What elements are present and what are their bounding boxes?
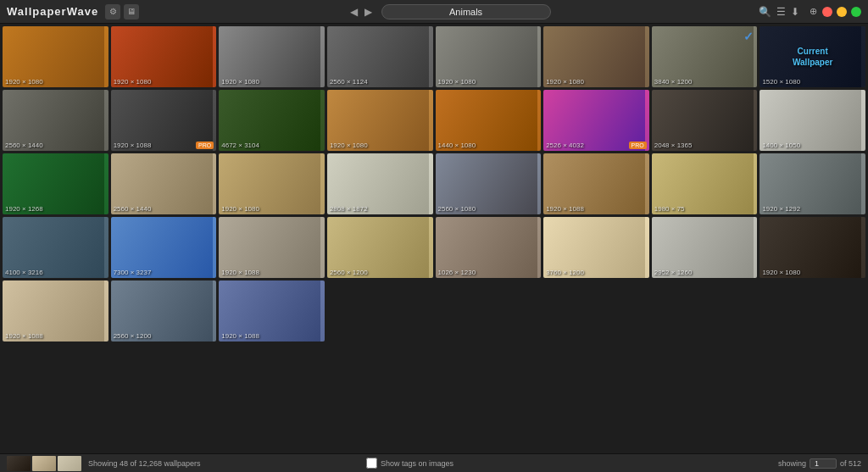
wallpaper-thumb-17[interactable]: 1920 × 1268 <box>3 153 108 214</box>
wallpaper-thumb-14[interactable]: 2526 × 4032PRO <box>543 90 649 151</box>
close-button[interactable] <box>822 7 832 17</box>
wallpaper-thumb-23[interactable]: 1980 × 75 <box>652 153 758 214</box>
wallpaper-thumb-10[interactable]: 1920 × 1088PRO <box>111 90 217 151</box>
page-info: showing of 512 <box>778 458 861 469</box>
wallpaper-thumb-16[interactable]: 1400 × 1050 <box>760 90 865 151</box>
search-input[interactable] <box>381 4 551 19</box>
wallpaper-thumb-27[interactable]: 1920 × 1088 <box>219 217 325 278</box>
btm-thumb-2[interactable] <box>32 456 56 471</box>
search-icon[interactable]: 🔍 <box>759 6 771 18</box>
app-logo: WallpaperWave <box>7 5 98 18</box>
wallpaper-grid: 1920 × 10801920 × 10801920 × 10802560 × … <box>3 26 865 342</box>
wallpaper-thumb-7[interactable]: ✓3840 × 1200 <box>652 26 758 87</box>
minimize-button[interactable] <box>837 7 847 17</box>
wallpaper-thumb-30[interactable]: 3760 × 1200 <box>543 217 649 278</box>
download-icon[interactable]: ⬇ <box>791 6 799 18</box>
btm-thumb-3[interactable] <box>58 456 81 471</box>
wallpaper-thumb-8[interactable]: Current Wallpaper1520 × 1080 <box>760 26 865 87</box>
count-label: Showing 48 of 12,268 wallpapers <box>88 459 201 468</box>
wallpaper-thumb-11[interactable]: 4672 × 3104 <box>219 90 325 151</box>
wallpaper-thumb-31[interactable]: 2952 × 1260 <box>652 217 758 278</box>
settings-icon[interactable]: ⚙ <box>105 4 120 19</box>
wallpaper-thumb-3[interactable]: 1920 × 1080 <box>219 26 325 87</box>
nav-arrows: ◀ ▶ <box>348 6 375 18</box>
check-mark: ✓ <box>743 30 754 43</box>
wallpaper-thumb-21[interactable]: 2560 × 1080 <box>436 153 542 214</box>
wallpaper-thumb-9[interactable]: 2560 × 1440 <box>3 90 108 151</box>
wallpaper-thumb-32[interactable]: 1920 × 1080 <box>760 217 865 278</box>
show-tags-container: Show tags on images <box>366 458 453 469</box>
wallpaper-thumb-15[interactable]: 2048 × 1365 <box>652 90 758 151</box>
maximize-button[interactable] <box>851 7 861 17</box>
wallpaper-thumb-6[interactable]: 1920 × 1080 <box>543 26 649 87</box>
page-showing-label: showing <box>778 459 806 468</box>
wallpaper-thumb-2[interactable]: 1920 × 1080 <box>111 26 217 87</box>
nav-forward[interactable]: ▶ <box>362 6 375 18</box>
bottombar: Showing 48 of 12,268 wallpapers Show tag… <box>0 453 868 472</box>
show-tags-text: Show tags on images <box>381 459 453 468</box>
page-number-input[interactable] <box>810 458 837 469</box>
btm-thumb-1[interactable] <box>7 456 31 471</box>
wallpaper-thumb-28[interactable]: 2560 × 1200 <box>327 217 433 278</box>
wallpaper-thumb-20[interactable]: 2808 × 1872 <box>327 153 433 214</box>
wallpaper-thumb-34[interactable]: 2560 × 1200 <box>111 280 217 342</box>
wallpaper-grid-container[interactable]: 1920 × 10801920 × 10801920 × 10802560 × … <box>0 24 868 453</box>
topbar-settings-icons: ⚙ 🖥 <box>105 4 139 19</box>
list-icon[interactable]: ☰ <box>776 6 786 18</box>
wallpaper-thumb-35[interactable]: 1920 × 1088 <box>219 280 325 342</box>
wallpaper-thumb-12[interactable]: 1920 × 1080 <box>327 90 433 151</box>
page-of-label: of 512 <box>840 459 861 468</box>
wallpaper-thumb-13[interactable]: 1440 × 1080 <box>436 90 542 151</box>
monitor-icon[interactable]: 🖥 <box>124 4 139 19</box>
wallpaper-thumb-33[interactable]: 1920 × 1088 <box>3 280 108 342</box>
traffic-lights <box>822 7 861 17</box>
pro-badge: PRO <box>629 142 647 149</box>
wallpaper-thumb-29[interactable]: 1026 × 1230 <box>436 217 542 278</box>
right-icons: 🔍 ☰ ⬇ ⊕ <box>759 6 861 18</box>
wallpaper-thumb-22[interactable]: 1920 × 1088 <box>543 153 649 214</box>
wallpaper-thumb-4[interactable]: 2560 × 1124 <box>327 26 433 87</box>
pro-badge: PRO <box>196 142 214 149</box>
show-tags-checkbox[interactable] <box>366 458 377 469</box>
topbar: WallpaperWave ⚙ 🖥 ◀ ▶ 🔍 ☰ ⬇ ⊕ <box>0 0 868 24</box>
nav-back[interactable]: ◀ <box>348 6 360 18</box>
wallpaper-thumb-26[interactable]: 7300 × 3237 <box>111 217 217 278</box>
wallpaper-thumb-1[interactable]: 1920 × 1080 <box>3 26 108 87</box>
wallpaper-thumb-5[interactable]: 1920 × 1080 <box>436 26 542 87</box>
wallpaper-thumb-25[interactable]: 4100 × 3216 <box>3 217 108 278</box>
wallpaper-thumb-24[interactable]: 1920 × 1292 <box>760 153 865 214</box>
wallpaper-thumb-18[interactable]: 2560 × 1440 <box>111 153 217 214</box>
wifi-icon: ⊕ <box>810 6 817 17</box>
wallpaper-thumb-19[interactable]: 1920 × 1080 <box>219 153 325 214</box>
bottom-preview-thumbs <box>7 456 81 471</box>
